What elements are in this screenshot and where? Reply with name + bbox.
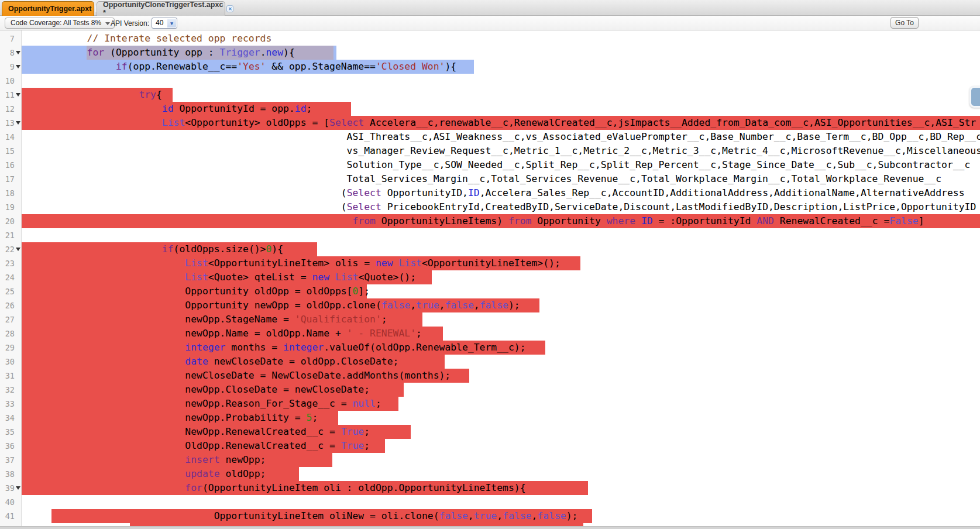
code-line[interactable]: Opportunity newOpp = oldOpp.clone(false,… bbox=[22, 298, 980, 312]
code-text: newOpp.CloseDate = newCloseDate; bbox=[23, 383, 370, 397]
code-line[interactable]: for(OpportunityLineItem oli : oldOpp.Opp… bbox=[22, 481, 980, 495]
code-coverage-dropdown[interactable]: Code Coverage: All Tests 8% bbox=[5, 18, 115, 29]
line-number: 16 bbox=[0, 158, 22, 172]
code-line[interactable]: newOpp.CloseDate = newCloseDate; bbox=[22, 383, 980, 397]
api-version-value: 40 bbox=[156, 19, 163, 27]
code-line[interactable]: OldOpp.RenewalCreated__c = True; bbox=[22, 439, 980, 453]
code-line[interactable]: newOpp.Name = oldOpp.Name + ' - RENEWAL'… bbox=[22, 327, 980, 341]
tab-opportunity-clone-trigger-test[interactable]: OpportunityCloneTriggerTest.apxc * ✕ bbox=[97, 1, 225, 16]
line-number: 7 bbox=[0, 32, 22, 46]
chevron-down-icon: ▾ bbox=[167, 19, 176, 28]
close-icon[interactable]: ✕ bbox=[226, 5, 233, 12]
line-number-gutter: 7891011121314151617181920212223242526272… bbox=[0, 30, 22, 529]
line-number: 27 bbox=[0, 312, 22, 327]
code-text: Opportunity newOpp = oldOpp.clone(false,… bbox=[23, 298, 520, 312]
code-text: newOpp.Reason_For_Stage__c = null; bbox=[23, 397, 381, 411]
code-lines[interactable]: // Interate selected opp records for (Op… bbox=[22, 30, 980, 529]
code-text: Opportunity oldOpp = oldOpps[0]; bbox=[23, 284, 370, 298]
tab-opportunity-trigger[interactable]: OpportunityTrigger.apxt ✕ bbox=[2, 1, 94, 16]
code-line[interactable]: update oldOpp; bbox=[22, 467, 980, 481]
line-number: 18 bbox=[0, 186, 22, 200]
code-text: if(opp.Renewable__c=='Yes' && opp.StageN… bbox=[23, 60, 456, 74]
code-line[interactable]: if(oldOpps.size()>0){ bbox=[22, 242, 980, 256]
code-line[interactable]: id OpportunityId = opp.id; bbox=[22, 102, 980, 116]
line-number: 26 bbox=[0, 298, 22, 312]
code-text: date newCloseDate = oldOpp.CloseDate; bbox=[23, 355, 398, 369]
code-text: update oldOpp; bbox=[23, 467, 266, 481]
scroll-overlay-button[interactable] bbox=[969, 86, 980, 108]
code-line[interactable]: (Select OpportunityID,ID,Accelera_Sales_… bbox=[22, 186, 980, 200]
code-text: List<Opportunity> oldOpps = [Select Acce… bbox=[23, 116, 976, 130]
code-text: // Interate selected opp records bbox=[23, 32, 271, 46]
code-text: Solution_Type__c,SOW_Needed__c,Split_Rep… bbox=[23, 158, 970, 172]
code-line[interactable]: List<OpportunityLineItem> olis = new Lis… bbox=[22, 256, 980, 270]
line-number: 40 bbox=[0, 495, 22, 509]
code-line[interactable]: newOpp.Reason_For_Stage__c = null; bbox=[22, 397, 980, 411]
code-line[interactable]: vs_Manager_Review_Request__c,Metric_1__c… bbox=[22, 144, 980, 158]
code-line[interactable]: Opportunity oldOpp = oldOpps[0]; bbox=[22, 284, 980, 298]
line-number: 34 bbox=[0, 411, 22, 425]
code-line[interactable] bbox=[22, 74, 980, 88]
code-line[interactable]: newOpp.StageName = 'Qualification'; bbox=[22, 312, 980, 327]
code-text: for(OpportunityLineItem oli : oldOpp.Opp… bbox=[23, 481, 526, 495]
code-line[interactable]: Total_Services_Margin__c,Total_Services_… bbox=[22, 172, 980, 186]
line-number: 24 bbox=[0, 270, 22, 284]
code-text: Total_Services_Margin__c,Total_Services_… bbox=[23, 172, 941, 186]
code-text: (Select OpportunityID,ID,Accelera_Sales_… bbox=[23, 186, 965, 200]
line-number: 28 bbox=[0, 327, 22, 341]
code-line[interactable]: integer months = integer.valueOf(oldOpp.… bbox=[22, 341, 980, 355]
code-line[interactable]: // Interate selected opp records bbox=[22, 32, 980, 46]
code-text: if(oldOpps.size()>0){ bbox=[23, 242, 283, 256]
api-version-select[interactable]: 40 ▾ bbox=[152, 18, 177, 29]
code-line[interactable] bbox=[22, 228, 980, 242]
code-text: List<Quote> qteList = new List<Quote>(); bbox=[23, 270, 416, 284]
horizontal-scrollbar[interactable] bbox=[0, 526, 980, 529]
code-line[interactable]: NewOpp.RenewalCreated__c = True; bbox=[22, 425, 980, 439]
code-text: integer months = integer.valueOf(oldOpp.… bbox=[23, 341, 526, 355]
line-number: 29 bbox=[0, 341, 22, 355]
line-number: 23 bbox=[0, 256, 22, 270]
line-number: 36 bbox=[0, 439, 22, 453]
code-coverage-label: Code Coverage: All Tests 8% bbox=[11, 19, 101, 27]
line-number: 35 bbox=[0, 425, 22, 439]
line-number: 13 bbox=[0, 116, 22, 130]
code-line[interactable]: newCloseDate = NewCloseDate.addMonths(mo… bbox=[22, 369, 980, 383]
tab-label: OpportunityCloneTriggerTest.apxc * bbox=[103, 1, 223, 17]
code-line[interactable]: from OpportunityLineItems) from Opportun… bbox=[22, 214, 980, 228]
code-line[interactable]: newOpp.Probability = 5; bbox=[22, 411, 980, 425]
line-number: 15 bbox=[0, 144, 22, 158]
line-number: 11 bbox=[0, 88, 22, 102]
code-text: newOpp.Name = oldOpp.Name + ' - RENEWAL'… bbox=[23, 327, 422, 341]
line-number: 12 bbox=[0, 102, 22, 116]
line-number: 19 bbox=[0, 200, 22, 214]
line-number: 39 bbox=[0, 481, 22, 495]
code-editor[interactable]: 7891011121314151617181920212223242526272… bbox=[0, 30, 980, 529]
line-number: 10 bbox=[0, 74, 22, 88]
go-to-button[interactable]: Go To bbox=[890, 17, 919, 29]
code-line[interactable]: insert newOpp; bbox=[22, 453, 980, 467]
code-text: insert newOpp; bbox=[23, 453, 266, 467]
code-text: try{ bbox=[23, 88, 162, 102]
code-text: ASI_Threats__c,ASI_Weakness__c,vs_Associ… bbox=[23, 130, 980, 144]
editor-toolbar: Code Coverage: All Tests 8% API Version:… bbox=[0, 16, 980, 30]
line-number: 20 bbox=[0, 214, 22, 228]
line-number: 14 bbox=[0, 130, 22, 144]
code-line[interactable]: try{ bbox=[22, 88, 980, 102]
tab-bar: OpportunityTrigger.apxt ✕ OpportunityClo… bbox=[0, 0, 980, 16]
code-text: List<OpportunityLineItem> olis = new Lis… bbox=[23, 256, 561, 270]
code-line[interactable]: OpportunityLineItem oliNew = oli.clone(f… bbox=[22, 509, 980, 523]
code-text: newOpp.StageName = 'Qualification'; bbox=[23, 312, 387, 327]
code-line[interactable]: date newCloseDate = oldOpp.CloseDate; bbox=[22, 355, 980, 369]
code-line[interactable]: ASI_Threats__c,ASI_Weakness__c,vs_Associ… bbox=[22, 130, 980, 144]
code-line[interactable]: for (Opportunity opp : Trigger.new){ bbox=[22, 46, 980, 60]
code-line[interactable] bbox=[22, 495, 980, 509]
code-line[interactable]: if(opp.Renewable__c=='Yes' && opp.StageN… bbox=[22, 60, 980, 74]
code-text: newCloseDate = NewCloseDate.addMonths(mo… bbox=[23, 369, 451, 383]
code-line[interactable]: Solution_Type__c,SOW_Needed__c,Split_Rep… bbox=[22, 158, 980, 172]
code-line[interactable]: List<Opportunity> oldOpps = [Select Acce… bbox=[22, 116, 980, 130]
tab-label: OpportunityTrigger.apxt bbox=[8, 5, 91, 13]
code-line[interactable]: List<Quote> qteList = new List<Quote>(); bbox=[22, 270, 980, 284]
code-line[interactable]: (Select PricebookEntryId,CreatedByID,Ser… bbox=[22, 200, 980, 214]
line-number: 30 bbox=[0, 355, 22, 369]
line-number: 32 bbox=[0, 383, 22, 397]
